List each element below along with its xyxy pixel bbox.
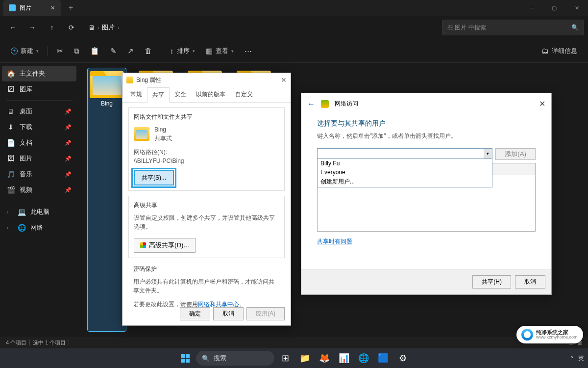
- share-button[interactable]: ↗: [122, 43, 139, 59]
- advanced-share-button[interactable]: 高级共享(D)...: [134, 238, 196, 253]
- network-icon: 🌐: [18, 224, 25, 232]
- user-combobox[interactable]: ▾ Billy Fu Everyone 创建新用户...: [317, 148, 492, 160]
- sidebar-item-gallery[interactable]: 🖼图库: [2, 81, 76, 97]
- new-tab-button[interactable]: +: [65, 3, 77, 12]
- sidebar-item-music[interactable]: 🎵音乐📌: [2, 166, 76, 182]
- toolbar: + 新建 ▾ ✂ ⧉ 📋 ✎ ↗ 🗑 ↕ 排序 ▾ ▦ 查看 ▾ ⋯ 🗂 详细信…: [0, 39, 588, 63]
- more-button[interactable]: ⋯: [240, 43, 257, 59]
- desktop-icon: 🖥: [7, 107, 15, 115]
- task-view-button[interactable]: ⊞: [276, 349, 294, 367]
- sidebar-item-desktop[interactable]: 🖥桌面📌: [2, 104, 76, 119]
- pin-icon: 📌: [65, 187, 72, 193]
- close-window-button[interactable]: ✕: [565, 0, 588, 16]
- taskbar-app[interactable]: ⚙: [394, 349, 412, 367]
- delete-button[interactable]: 🗑: [140, 43, 157, 59]
- item-count: 4 个项目: [6, 339, 26, 346]
- chevron-down-icon: ▾: [231, 49, 234, 53]
- chevron-right-icon: ›: [7, 225, 13, 231]
- tab-share[interactable]: 共享: [147, 87, 170, 103]
- breadcrumb-item[interactable]: 图片: [102, 23, 115, 32]
- network-path: \\BILLYFU-PC\Bing: [134, 157, 279, 165]
- sidebar-item-downloads[interactable]: ⬇下载📌: [2, 119, 76, 135]
- sidebar-item-videos[interactable]: 🎬视频📌: [2, 182, 76, 198]
- sidebar-item-network[interactable]: ›🌐网络: [2, 220, 76, 236]
- back-icon[interactable]: ←: [307, 100, 315, 108]
- taskbar-app[interactable]: 🟦: [374, 349, 392, 367]
- tray-overflow-icon[interactable]: ^: [570, 355, 573, 362]
- sort-button[interactable]: ↕ 排序 ▾: [165, 43, 200, 59]
- folder-icon: [134, 127, 149, 141]
- chevron-right-icon: ›: [98, 25, 99, 30]
- refresh-button[interactable]: ⟳: [63, 19, 80, 36]
- view-icon: ▦: [206, 47, 213, 55]
- search-input[interactable]: 在 图片 中搜索 🔍: [442, 20, 584, 35]
- maximize-button[interactable]: ▢: [543, 0, 565, 16]
- taskbar-app[interactable]: 📊: [335, 349, 353, 367]
- sidebar-item-pictures[interactable]: 🖼图片📌: [2, 151, 76, 166]
- breadcrumb[interactable]: 🖥 › 图片 ›: [82, 23, 125, 32]
- music-icon: 🎵: [7, 170, 15, 178]
- paste-button[interactable]: 📋: [85, 43, 104, 59]
- details-button[interactable]: 🗂 详细信息: [537, 43, 582, 59]
- search-placeholder: 在 图片 中搜索: [447, 24, 486, 32]
- dropdown-option[interactable]: 创建新用户...: [318, 177, 492, 187]
- language-indicator[interactable]: 英: [578, 354, 584, 363]
- wizard-heading: 选择要与其共享的用户: [317, 119, 536, 128]
- tab-custom[interactable]: 自定义: [230, 87, 258, 103]
- sort-icon: ↕: [170, 47, 174, 55]
- cancel-button[interactable]: 取消: [213, 307, 244, 320]
- minimize-button[interactable]: ─: [520, 0, 543, 16]
- downloads-icon: ⬇: [7, 123, 15, 131]
- home-icon: 🏠: [7, 70, 15, 78]
- tab-security[interactable]: 安全: [170, 87, 191, 103]
- sidebar-item-this-pc[interactable]: ›💻此电脑: [2, 204, 76, 220]
- wizard-icon: [321, 100, 329, 108]
- sidebar-item-home[interactable]: 🏠主文件夹: [2, 66, 76, 81]
- folder-item-bing[interactable]: Bing: [87, 68, 126, 332]
- new-button[interactable]: + 新建 ▾: [6, 43, 44, 59]
- taskbar-app[interactable]: 🌐: [355, 349, 372, 367]
- user-input[interactable]: [317, 148, 492, 159]
- close-tab-icon[interactable]: ✕: [50, 5, 55, 10]
- start-button[interactable]: [176, 349, 194, 367]
- rename-icon: ✎: [110, 47, 117, 55]
- folder-icon: [90, 71, 124, 98]
- pin-icon: 📌: [65, 108, 72, 115]
- share-icon: ↗: [127, 47, 134, 55]
- back-button[interactable]: ←: [4, 19, 22, 36]
- close-icon[interactable]: ✕: [281, 76, 287, 84]
- window-tab[interactable]: 图片 ✕: [3, 0, 61, 16]
- taskbar-search[interactable]: 🔍搜索: [196, 351, 274, 366]
- close-icon[interactable]: ✕: [539, 99, 545, 108]
- dropdown-button[interactable]: ▾: [484, 148, 492, 159]
- advanced-share-section: 高级共享 设置自定义权限，创建多个共享，并设置其他高级共享选项。 高级共享(D)…: [128, 196, 285, 258]
- tab-general[interactable]: 常规: [125, 87, 147, 103]
- watermark: 纯净系统之家 www.kzmyhome.com: [516, 326, 583, 343]
- copy-button[interactable]: ⧉: [69, 43, 84, 59]
- sidebar: 🏠主文件夹 🖼图库 🖥桌面📌 ⬇下载📌 📄文档📌 🖼图片📌 🎵音乐📌 🎬视频📌 …: [0, 63, 78, 337]
- add-button[interactable]: 添加(A): [495, 148, 536, 160]
- watermark-logo-icon: [521, 329, 533, 341]
- dialog-titlebar[interactable]: Bing 属性 ✕: [122, 73, 291, 87]
- dropdown-option[interactable]: Everyone: [318, 168, 492, 177]
- help-link[interactable]: 共享时有问题: [317, 238, 352, 245]
- pin-icon: 📌: [65, 171, 72, 178]
- sidebar-item-documents[interactable]: 📄文档📌: [2, 135, 76, 151]
- up-button[interactable]: ↑: [43, 19, 61, 36]
- share-button[interactable]: 共享(S)...: [134, 170, 174, 185]
- tab-previous[interactable]: 以前的版本: [191, 87, 230, 103]
- rename-button[interactable]: ✎: [105, 43, 122, 59]
- cut-button[interactable]: ✂: [52, 43, 68, 59]
- pc-icon: 💻: [18, 208, 25, 216]
- dropdown-option[interactable]: Billy Fu: [318, 159, 492, 168]
- cancel-button[interactable]: 取消: [515, 275, 545, 289]
- titlebar: 图片 ✕ + ─ ▢ ✕: [0, 0, 588, 16]
- taskbar-app[interactable]: 📁: [296, 349, 314, 367]
- ok-button[interactable]: 确定: [180, 307, 210, 320]
- forward-button[interactable]: →: [24, 19, 41, 36]
- apply-button[interactable]: 应用(A): [246, 307, 285, 320]
- share-confirm-button[interactable]: 共享(H): [472, 275, 511, 289]
- view-button[interactable]: ▦ 查看 ▾: [201, 43, 239, 59]
- taskbar-app[interactable]: 🦊: [316, 349, 333, 367]
- more-icon: ⋯: [245, 47, 252, 55]
